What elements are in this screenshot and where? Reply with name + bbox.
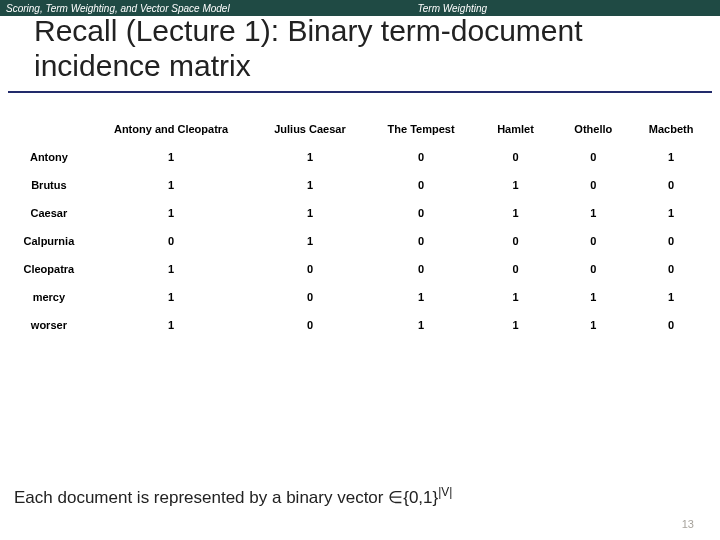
- cell: 0: [477, 227, 555, 255]
- row-header: Caesar: [10, 199, 88, 227]
- cell: 0: [366, 227, 477, 255]
- cell: 1: [88, 283, 255, 311]
- cell: 1: [632, 283, 710, 311]
- cell: 0: [632, 255, 710, 283]
- col-header: Hamlet: [477, 115, 555, 143]
- cell: 0: [554, 255, 632, 283]
- cell: 1: [554, 311, 632, 339]
- table-row: worser 1 0 1 1 1 0: [10, 311, 710, 339]
- footer-in: ∈: [388, 488, 403, 507]
- cell: 0: [554, 227, 632, 255]
- cell: 1: [254, 199, 365, 227]
- cell: 1: [477, 171, 555, 199]
- cell: 1: [254, 227, 365, 255]
- table-row: Calpurnia 0 1 0 0 0 0: [10, 227, 710, 255]
- cell: 1: [477, 311, 555, 339]
- col-header: Othello: [554, 115, 632, 143]
- slide-title: Recall (Lecture 1): Binary term-document…: [0, 14, 720, 91]
- cell: 1: [554, 199, 632, 227]
- cell: 1: [366, 311, 477, 339]
- row-header: Antony: [10, 143, 88, 171]
- cell: 1: [554, 283, 632, 311]
- row-header: Calpurnia: [10, 227, 88, 255]
- cell: 1: [477, 199, 555, 227]
- footer-prefix: Each document is represented by a binary…: [14, 488, 388, 507]
- table-header-row: Antony and Cleopatra Julius Caesar The T…: [10, 115, 710, 143]
- col-header: Macbeth: [632, 115, 710, 143]
- table-row: mercy 1 0 1 1 1 1: [10, 283, 710, 311]
- header-right: Term Weighting: [418, 3, 487, 14]
- table-row: Brutus 1 1 0 1 0 0: [10, 171, 710, 199]
- header-bar: Scoring, Term Weighting, and Vector Spac…: [0, 0, 720, 16]
- header-left: Scoring, Term Weighting, and Vector Spac…: [6, 3, 230, 14]
- row-header: mercy: [10, 283, 88, 311]
- cell: 0: [254, 311, 365, 339]
- cell: 0: [632, 171, 710, 199]
- cell: 1: [366, 283, 477, 311]
- table-row: Antony 1 1 0 0 0 1: [10, 143, 710, 171]
- cell: 0: [632, 311, 710, 339]
- cell: 0: [366, 199, 477, 227]
- col-header: The Tempest: [366, 115, 477, 143]
- footer-text: Each document is represented by a binary…: [14, 485, 706, 508]
- row-header: Brutus: [10, 171, 88, 199]
- footer-set: {0,1}: [403, 488, 438, 507]
- cell: 0: [477, 255, 555, 283]
- cell: 0: [254, 255, 365, 283]
- incidence-matrix: Antony and Cleopatra Julius Caesar The T…: [10, 115, 710, 339]
- cell: 0: [554, 171, 632, 199]
- table-row: Caesar 1 1 0 1 1 1: [10, 199, 710, 227]
- cell: 0: [632, 227, 710, 255]
- row-header: Cleopatra: [10, 255, 88, 283]
- page-number: 13: [682, 518, 694, 530]
- cell: 1: [632, 199, 710, 227]
- cell: 0: [554, 143, 632, 171]
- col-header: Julius Caesar: [254, 115, 365, 143]
- cell: 1: [88, 255, 255, 283]
- cell: 0: [366, 143, 477, 171]
- col-header: Antony and Cleopatra: [88, 115, 255, 143]
- cell: 0: [477, 143, 555, 171]
- row-header: worser: [10, 311, 88, 339]
- cell: 1: [477, 283, 555, 311]
- table-row: Cleopatra 1 0 0 0 0 0: [10, 255, 710, 283]
- cell: 1: [254, 171, 365, 199]
- cell: 0: [366, 171, 477, 199]
- cell: 0: [254, 283, 365, 311]
- cell: 1: [88, 171, 255, 199]
- cell: 1: [254, 143, 365, 171]
- cell: 0: [88, 227, 255, 255]
- title-underline: [8, 91, 712, 93]
- cell: 1: [88, 143, 255, 171]
- cell: 1: [88, 199, 255, 227]
- cell: 0: [366, 255, 477, 283]
- cell: 1: [88, 311, 255, 339]
- cell: 1: [632, 143, 710, 171]
- footer-sup: |V|: [438, 485, 452, 499]
